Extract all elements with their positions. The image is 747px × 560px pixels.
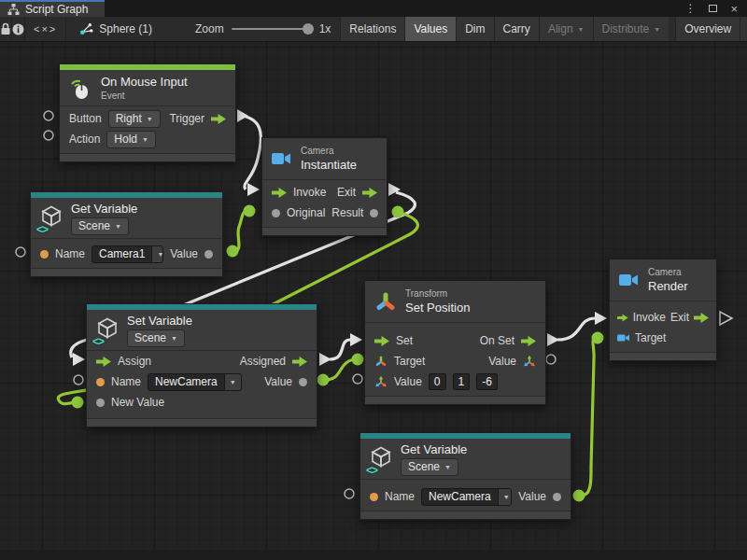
- tab-script-graph[interactable]: Script Graph: [0, 0, 105, 17]
- chevron-down-icon: ▼: [157, 251, 163, 258]
- value-port[interactable]: [299, 378, 307, 386]
- variable-kind-dropdown[interactable]: Scene ▼: [71, 217, 129, 235]
- variable-name-combo[interactable]: NewCamera ▼: [148, 373, 242, 391]
- wire-endpoint[interactable]: [592, 332, 604, 344]
- port-row-name-value: Name NewCamera ▼ Value: [87, 371, 317, 392]
- trigger-port-icon[interactable]: [292, 357, 307, 367]
- trigger-in-arrow[interactable]: [350, 333, 362, 346]
- vector3-port-icon[interactable]: [523, 355, 536, 368]
- transform-port-icon[interactable]: [374, 355, 388, 368]
- trigger-port-icon[interactable]: [617, 313, 628, 323]
- unconnected-port[interactable]: [16, 247, 25, 257]
- script-graph-icon: [7, 4, 20, 15]
- relations-toggle[interactable]: Relations: [340, 17, 404, 41]
- align-menu[interactable]: Align ▼: [539, 17, 593, 41]
- wire-endpoint[interactable]: [244, 205, 256, 217]
- fullscreen-button[interactable]: Full Screen: [740, 17, 747, 41]
- variable-kind-dropdown[interactable]: Scene ▼: [127, 329, 185, 347]
- zoom-slider-handle[interactable]: [303, 23, 314, 35]
- node-footer: [262, 227, 387, 235]
- node-get-variable-camera1[interactable]: <> Get Variable Scene ▼ Name Camera1 ▼: [30, 191, 223, 277]
- breadcrumb[interactable]: Sphere (1): [66, 17, 162, 41]
- wire-endpoint[interactable]: [352, 354, 364, 366]
- trigger-port-icon[interactable]: [96, 357, 111, 367]
- node-on-mouse-input[interactable]: On Mouse Input Event Button Right ▼ Trig…: [59, 63, 236, 162]
- string-port[interactable]: [40, 250, 49, 259]
- unconnected-port[interactable]: [345, 489, 354, 498]
- trigger-port-icon[interactable]: [362, 188, 377, 198]
- vector3-port-icon[interactable]: [374, 375, 388, 388]
- trigger-in-arrow[interactable]: [73, 353, 85, 366]
- port-label: Exit: [337, 186, 356, 199]
- code-view-button[interactable]: <×>: [25, 17, 66, 41]
- wire-onset-invoke[interactable]: [557, 318, 595, 340]
- value-port[interactable]: [204, 250, 213, 259]
- value-port[interactable]: [370, 209, 378, 217]
- wire-endpoint[interactable]: [392, 206, 404, 218]
- trigger-port-icon[interactable]: [211, 114, 226, 124]
- wire-endpoint[interactable]: [227, 245, 239, 258]
- action-dropdown[interactable]: Hold ▼: [106, 131, 156, 148]
- variable-kind-dropdown[interactable]: Scene ▼: [401, 458, 458, 476]
- value-port[interactable]: [272, 209, 280, 217]
- trigger-in-arrow[interactable]: [595, 312, 607, 325]
- trigger-port-icon[interactable]: [694, 313, 709, 323]
- values-toggle[interactable]: Values: [404, 17, 456, 41]
- dim-toggle[interactable]: Dim: [456, 17, 493, 41]
- unconnected-port[interactable]: [74, 375, 83, 385]
- wire-endpoint[interactable]: [573, 490, 585, 502]
- unconnected-port[interactable]: [353, 374, 362, 384]
- vector-z-field[interactable]: -6: [476, 373, 498, 390]
- trigger-port-icon[interactable]: [272, 188, 287, 198]
- mouse-icon: [68, 76, 93, 100]
- wire-assigned-set[interactable]: [330, 340, 350, 359]
- menu-dots-icon[interactable]: ⋮: [684, 3, 696, 14]
- trigger-in-arrow[interactable]: [247, 183, 260, 196]
- window-controls: ⋮ ×: [684, 0, 747, 17]
- variable-name-combo[interactable]: Camera1 ▼: [92, 245, 163, 263]
- port-label: Assigned: [240, 355, 286, 368]
- carry-toggle[interactable]: Carry: [494, 17, 539, 41]
- combo-dropdown-button[interactable]: ▼: [224, 374, 241, 390]
- script-graph-window: Script Graph ⋮ × <×>: [0, 0, 747, 560]
- unconnected-port[interactable]: [44, 131, 53, 140]
- button-dropdown[interactable]: Right ▼: [108, 110, 161, 128]
- value-port[interactable]: [553, 493, 561, 501]
- unconnected-port[interactable]: [546, 355, 556, 364]
- combo-dropdown-button[interactable]: ▼: [151, 246, 163, 262]
- trigger-port-icon[interactable]: [374, 336, 389, 346]
- value-port[interactable]: [96, 399, 105, 407]
- wire-endpoint[interactable]: [317, 374, 330, 386]
- lock-button[interactable]: [0, 17, 12, 41]
- string-port[interactable]: [96, 378, 105, 386]
- node-set-position[interactable]: Transform Set Position Set On Set: [364, 280, 546, 405]
- wire-newcamera-target[interactable]: [579, 338, 598, 496]
- unconnected-port[interactable]: [44, 111, 53, 120]
- zoom-slider[interactable]: [232, 28, 312, 30]
- wire-trigger-invoke[interactable]: [242, 116, 261, 189]
- graph-canvas[interactable]: On Mouse Input Event Button Right ▼ Trig…: [0, 42, 747, 560]
- vector-y-field[interactable]: 1: [453, 373, 471, 390]
- node-title: Get Variable: [71, 202, 137, 216]
- distribute-menu[interactable]: Distribute ▼: [593, 17, 669, 41]
- close-icon[interactable]: ×: [730, 3, 738, 15]
- node-get-variable-newcamera[interactable]: <> Get Variable Scene ▼ Name NewCamera: [359, 432, 571, 520]
- node-set-variable[interactable]: <> Set Variable Scene ▼ Assign Assigned: [86, 303, 317, 427]
- maximize-icon[interactable]: [709, 5, 717, 12]
- overview-button[interactable]: Overview: [675, 17, 740, 41]
- distribute-label: Distribute: [602, 22, 650, 35]
- info-button[interactable]: [12, 17, 25, 41]
- node-camera-render[interactable]: Camera Render Invoke Exit: [609, 259, 717, 361]
- wire-endpoint[interactable]: [72, 397, 84, 409]
- camera-port-icon[interactable]: [617, 333, 630, 343]
- node-rows: Button Right ▼ Trigger Action Hold ▼: [60, 105, 235, 153]
- combo-dropdown-button[interactable]: ▼: [498, 489, 512, 505]
- vector-x-field[interactable]: 0: [429, 373, 446, 390]
- wire-camera1-original[interactable]: [233, 211, 248, 251]
- unconnected-trigger-port[interactable]: [720, 312, 732, 325]
- node-camera-instantiate[interactable]: Camera Instantiate Invoke Exit Original: [261, 137, 388, 236]
- breadcrumb-label: Sphere (1): [99, 22, 152, 35]
- variable-name-combo[interactable]: NewCamera ▼: [421, 488, 512, 506]
- string-port[interactable]: [370, 493, 378, 501]
- trigger-port-icon[interactable]: [521, 336, 536, 346]
